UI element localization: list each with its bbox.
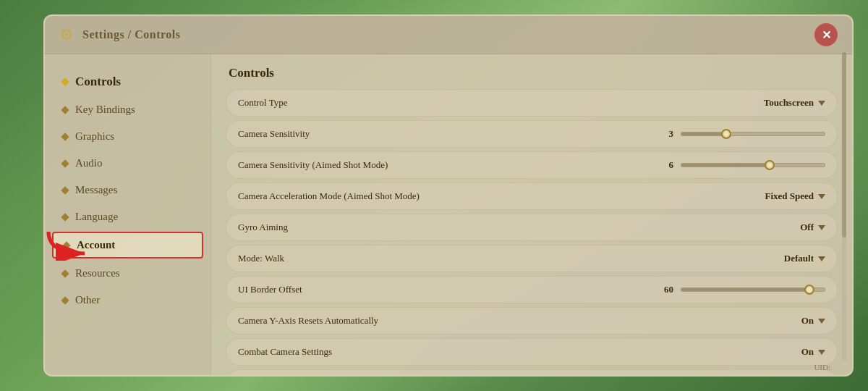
sidebar-label-key-bindings: Key Bindings (75, 104, 135, 116)
dropdown-value-camera-acceleration: Fixed Speed (765, 190, 814, 202)
setting-row-camera-sensitivity-aimed: Camera Sensitivity (Aimed Shot Mode) 6 (226, 151, 838, 179)
settings-list: Control Type Touchscreen Camera Sensitiv… (226, 89, 838, 375)
uid-display: UID: (814, 363, 830, 371)
slider-fill (681, 288, 807, 291)
sidebar-item-controls[interactable]: Controls (52, 69, 203, 95)
slider-track (681, 287, 825, 292)
setting-row-gyro-aiming: Gyro Aiming Off (226, 214, 838, 241)
dropdown-control-type[interactable]: Touchscreen (764, 97, 825, 109)
dropdown-mode-walk[interactable]: Default (784, 253, 825, 264)
sidebar: Controls Key Bindings Graphics Audio Mes… (45, 54, 211, 375)
dropdown-combat-camera[interactable]: On (801, 346, 825, 358)
header-title: Settings / Controls (82, 28, 180, 41)
setting-row-default-camera-distance: Default Camera Distance 4.0 (226, 369, 838, 375)
diamond-icon (61, 269, 69, 277)
slider-track (681, 132, 825, 136)
dropdown-value-control-type: Touchscreen (764, 97, 814, 109)
close-button[interactable]: ✕ (814, 23, 838, 46)
slider-camera-sensitivity-aimed[interactable] (681, 163, 825, 167)
setting-label-ui-border-offset: UI Border Offset (238, 284, 664, 295)
sidebar-item-audio[interactable]: Audio (52, 151, 203, 175)
sidebar-label-audio: Audio (75, 157, 103, 169)
header: ⚙ Settings / Controls ✕ (45, 16, 852, 54)
sidebar-item-messages[interactable]: Messages (52, 178, 203, 202)
setting-row-combat-camera: Combat Camera Settings On (226, 338, 838, 366)
setting-label-gyro-aiming: Gyro Aiming (238, 222, 800, 233)
red-arrow-indicator (45, 224, 103, 261)
dropdown-gyro-aiming[interactable]: Off (800, 222, 825, 233)
slider-thumb (721, 129, 731, 139)
diamond-icon (61, 133, 69, 140)
scroll-indicator[interactable] (842, 54, 846, 361)
diamond-icon (61, 77, 69, 85)
chevron-down-icon (818, 225, 825, 230)
content-area: Controls Control Type Touchscreen Camera… (211, 54, 852, 375)
slider-camera-sensitivity[interactable] (681, 132, 825, 136)
chevron-down-icon (818, 319, 825, 324)
sidebar-label-other: Other (75, 294, 100, 306)
setting-row-camera-y-axis: Camera Y-Axis Resets Automatically On (226, 307, 838, 335)
chevron-down-icon (818, 350, 825, 355)
sidebar-item-graphics[interactable]: Graphics (52, 125, 203, 148)
dropdown-camera-acceleration[interactable]: Fixed Speed (765, 190, 825, 202)
setting-value-camera-sensitivity-aimed: 6 (669, 159, 674, 171)
setting-value-ui-border-offset: 60 (664, 284, 673, 295)
slider-thumb (765, 160, 775, 170)
dropdown-value-mode-walk: Default (784, 253, 814, 264)
sidebar-label-graphics: Graphics (75, 130, 114, 143)
chevron-down-icon (818, 256, 825, 261)
sidebar-item-resources[interactable]: Resources (52, 261, 203, 285)
sidebar-label-language: Language (75, 211, 118, 223)
setting-row-mode-walk: Mode: Walk Default (226, 245, 838, 272)
diamond-icon (61, 159, 69, 167)
dropdown-value-gyro-aiming: Off (800, 222, 814, 233)
sidebar-item-key-bindings[interactable]: Key Bindings (52, 98, 203, 122)
sidebar-item-other[interactable]: Other (52, 288, 203, 312)
settings-icon: ⚙ (59, 25, 74, 44)
diamond-icon (61, 296, 69, 304)
dropdown-value-combat-camera: On (801, 346, 814, 358)
slider-thumb (804, 285, 814, 295)
scroll-thumb (842, 54, 846, 237)
setting-value-camera-sensitivity: 3 (669, 128, 674, 140)
sidebar-label-resources: Resources (75, 267, 120, 279)
chevron-down-icon (818, 194, 825, 199)
setting-row-control-type: Control Type Touchscreen (226, 89, 838, 117)
slider-track (681, 163, 825, 167)
setting-label-combat-camera: Combat Camera Settings (238, 346, 801, 358)
slider-fill (681, 133, 724, 135)
setting-label-camera-y-axis: Camera Y-Axis Resets Automatically (238, 315, 801, 327)
diamond-icon (61, 186, 69, 194)
slider-fill (681, 164, 767, 167)
slider-ui-border-offset[interactable] (681, 287, 825, 292)
setting-row-ui-border-offset: UI Border Offset 60 (226, 276, 838, 303)
setting-label-mode-walk: Mode: Walk (238, 253, 784, 264)
body: Controls Key Bindings Graphics Audio Mes… (45, 54, 852, 375)
setting-row-camera-sensitivity: Camera Sensitivity 3 (226, 120, 838, 148)
chevron-down-icon (818, 101, 825, 106)
settings-panel: ⚙ Settings / Controls ✕ Controls Key Bin… (43, 14, 854, 377)
diamond-icon (61, 106, 69, 114)
content-title: Controls (226, 66, 838, 80)
dropdown-camera-y-axis[interactable]: On (801, 315, 825, 327)
sidebar-label-controls: Controls (75, 75, 121, 89)
setting-label-camera-sensitivity-aimed: Camera Sensitivity (Aimed Shot Mode) (238, 159, 669, 171)
setting-label-control-type: Control Type (238, 97, 764, 109)
setting-label-camera-acceleration: Camera Acceleration Mode (Aimed Shot Mod… (238, 190, 765, 202)
setting-row-camera-acceleration: Camera Acceleration Mode (Aimed Shot Mod… (226, 182, 838, 210)
setting-label-camera-sensitivity: Camera Sensitivity (238, 128, 669, 140)
diamond-icon (61, 213, 69, 221)
dropdown-value-camera-y-axis: On (801, 315, 814, 327)
sidebar-label-messages: Messages (75, 184, 117, 196)
